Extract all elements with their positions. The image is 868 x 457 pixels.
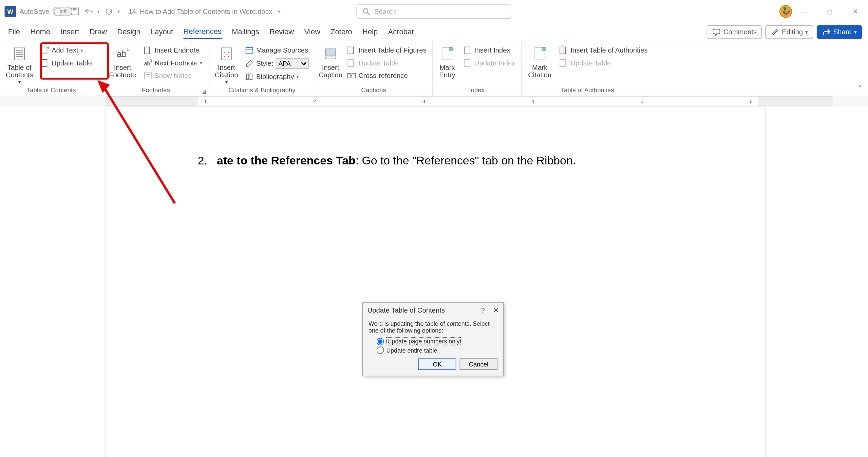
insert-endnote-button[interactable]: i Insert Endnote xyxy=(141,45,205,56)
dialog-cancel-button[interactable]: Cancel xyxy=(460,358,497,370)
svg-rect-36 xyxy=(464,47,470,54)
svg-rect-32 xyxy=(347,73,351,78)
svg-text:1: 1 xyxy=(127,47,129,52)
toa-update-table-button: Update Table xyxy=(557,57,650,69)
editing-mode-button[interactable]: Editing ▾ xyxy=(765,25,813,39)
insert-index-button[interactable]: Insert Index xyxy=(460,45,517,56)
tab-layout[interactable]: Layout xyxy=(151,25,173,38)
tab-design[interactable]: Design xyxy=(117,25,140,38)
dialog-ok-button[interactable]: OK xyxy=(418,358,456,370)
share-button[interactable]: Share ▾ xyxy=(817,25,862,39)
svg-rect-6 xyxy=(15,48,25,60)
page-corner-mark xyxy=(679,439,691,450)
update-index-button: Update Index xyxy=(460,57,517,69)
document-canvas[interactable]: 2. ate to the References Tab: Go to the … xyxy=(0,106,868,457)
close-window-button[interactable]: ✕ xyxy=(843,3,868,20)
manage-sources-button[interactable]: Manage Sources xyxy=(242,45,311,56)
collapse-ribbon-icon[interactable]: ˄ xyxy=(858,84,862,92)
insert-toa-button[interactable]: Insert Table of Authorities xyxy=(557,45,650,56)
group-label-toc: Table of Contents xyxy=(3,85,99,96)
citation-icon: (–) xyxy=(217,45,235,63)
title-dropdown-icon[interactable]: ▾ xyxy=(278,8,281,14)
insert-index-icon xyxy=(463,46,472,55)
svg-rect-26 xyxy=(246,47,253,53)
group-citations: (–) Insert Citation ▾ Manage Sources Sty… xyxy=(209,41,315,96)
footnotes-launcher-icon[interactable]: ◢ xyxy=(202,88,207,95)
style-dropdown[interactable]: APA xyxy=(276,58,309,68)
style-label: Style: xyxy=(256,60,273,68)
dialog-close-button[interactable]: ✕ xyxy=(493,306,499,315)
tab-file[interactable]: File xyxy=(8,25,20,38)
group-label-index: Index xyxy=(436,85,517,96)
user-avatar[interactable]: 🦆 xyxy=(779,5,792,18)
svg-rect-30 xyxy=(348,47,354,54)
horizontal-ruler[interactable]: 1 2 3 4 5 6 xyxy=(0,96,868,106)
tab-home[interactable]: Home xyxy=(30,25,50,38)
dialog-help-button[interactable]: ? xyxy=(481,306,485,315)
show-notes-icon xyxy=(143,71,152,80)
group-label-captions: Captions xyxy=(319,85,429,96)
chevron-down-icon: ▾ xyxy=(854,29,857,35)
radio-update-entire-table[interactable]: Update entire table xyxy=(377,346,497,354)
undo-icon[interactable] xyxy=(83,6,94,17)
tab-draw[interactable]: Draw xyxy=(90,25,107,38)
group-label-citations: Citations & Bibliography xyxy=(213,85,312,96)
undo-dropdown-icon[interactable]: ▾ xyxy=(97,8,100,14)
tab-zotero[interactable]: Zotero xyxy=(331,25,352,38)
tof-label: Insert Table of Figures xyxy=(358,46,426,55)
title-bar: W AutoSave Off ▾ ▾ 14. How to Add Table … xyxy=(0,0,868,23)
ruler-mark: 4 xyxy=(531,99,534,104)
dialog-message: Word is updating the table of contents. … xyxy=(369,320,497,334)
radio-entire-input[interactable] xyxy=(377,346,384,354)
svg-rect-1 xyxy=(73,8,76,11)
update-index-label: Update Index xyxy=(474,59,515,67)
group-footnotes: ab1 Insert Footnote i Insert Endnote ab1… xyxy=(103,41,209,96)
tab-mailings[interactable]: Mailings xyxy=(232,25,259,38)
toa-update-icon xyxy=(559,58,568,67)
insert-citation-label: Insert Citation xyxy=(213,64,240,79)
document-page: 2. ate to the References Tab: Go to the … xyxy=(106,106,765,457)
page-content[interactable]: 2. ate to the References Tab: Go to the … xyxy=(106,106,765,180)
minimize-button[interactable]: — xyxy=(792,3,817,20)
tab-review[interactable]: Review xyxy=(269,25,294,38)
update-icon xyxy=(347,58,356,67)
svg-line-4 xyxy=(367,13,370,15)
insert-citation-button[interactable]: (–) Insert Citation ▾ xyxy=(213,43,240,85)
insert-index-label: Insert Index xyxy=(474,46,510,55)
dialog-title: Update Table of Contents xyxy=(367,306,445,315)
insert-table-of-figures-button[interactable]: Insert Table of Figures xyxy=(345,45,429,56)
ruler-mark: 5 xyxy=(641,99,643,104)
next-footnote-button[interactable]: ab1 Next Footnote xyxy=(141,57,205,69)
tab-help[interactable]: Help xyxy=(362,25,378,38)
tab-references[interactable]: References xyxy=(184,25,222,39)
search-input[interactable]: Search xyxy=(357,4,511,19)
mark-citation-button[interactable]: Mark Citation xyxy=(525,43,554,79)
comment-icon xyxy=(712,27,721,36)
qat-customize-icon[interactable]: ▾ xyxy=(117,8,120,14)
tab-acrobat[interactable]: Acrobat xyxy=(388,25,414,38)
insert-caption-button[interactable]: Insert Caption xyxy=(319,43,342,79)
comments-button[interactable]: Comments xyxy=(707,25,762,39)
share-label: Share xyxy=(833,28,852,36)
mark-entry-button[interactable]: Mark Entry xyxy=(436,43,458,79)
radio-update-page-numbers[interactable]: Update page numbers only xyxy=(377,337,497,345)
mark-citation-icon xyxy=(531,45,549,63)
tab-insert[interactable]: Insert xyxy=(60,25,79,38)
insert-toa-label: Insert Table of Authorities xyxy=(570,46,647,55)
bibliography-button[interactable]: Bibliography xyxy=(242,71,311,82)
cross-reference-button[interactable]: Cross-reference xyxy=(345,70,429,81)
ribbon-tabs: File Home Insert Draw Design Layout Refe… xyxy=(0,23,868,41)
toa-update-label: Update Table xyxy=(570,59,611,67)
redo-icon[interactable] xyxy=(104,6,114,17)
table-of-contents-button[interactable]: Table of Contents ▾ xyxy=(3,43,36,85)
radio-page-numbers-label: Update page numbers only xyxy=(386,337,461,345)
group-label-footnotes: Footnotes xyxy=(107,85,205,96)
captions-update-table-button: Update Table xyxy=(345,57,429,69)
tab-view[interactable]: View xyxy=(304,25,320,38)
radio-page-numbers-input[interactable] xyxy=(377,338,384,345)
captions-update-table-label: Update Table xyxy=(358,59,399,67)
insert-footnote-button[interactable]: ab1 Insert Footnote xyxy=(107,43,138,79)
citation-style-select[interactable]: Style: APA xyxy=(242,57,311,70)
maximize-button[interactable]: ◻ xyxy=(817,3,843,20)
svg-rect-33 xyxy=(352,73,356,78)
